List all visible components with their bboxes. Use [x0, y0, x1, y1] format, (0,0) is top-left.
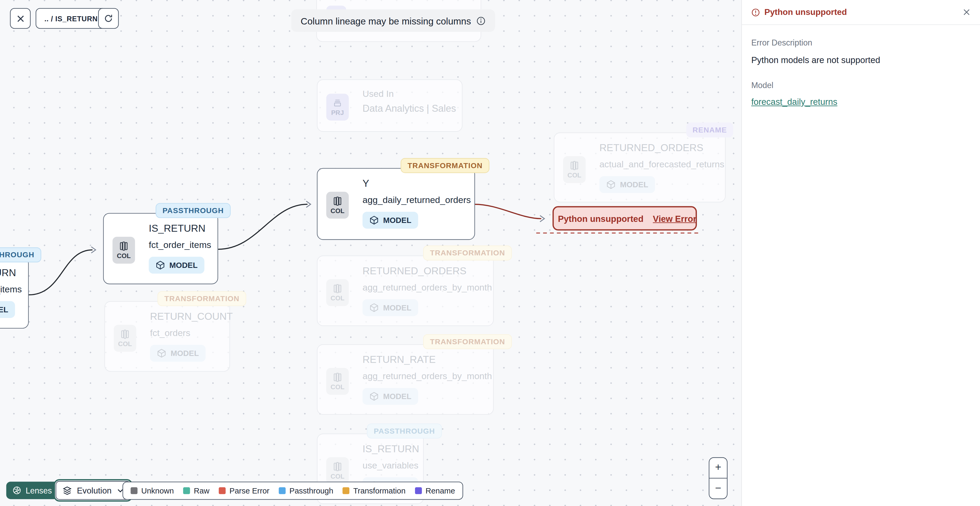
legend-item-rename: Rename	[415, 486, 455, 495]
lineage-node-fct-order-items-cut[interactable]: PASSTHROUGH IS_RETURN fct_order_items MO…	[0, 257, 29, 329]
node-subtitle: fct_order_items	[149, 240, 211, 250]
model-label: MODEL	[0, 305, 8, 314]
cube-icon	[369, 215, 379, 225]
lineage-node-agg-returned-orders-by-month[interactable]: TRANSFORMATION COL RETURNED_ORDERS agg_r…	[317, 255, 494, 326]
lens-select[interactable]: Evolution	[56, 481, 130, 500]
columns-glyph	[332, 284, 343, 294]
icon-label: COL	[331, 294, 344, 302]
columns-glyph	[119, 241, 129, 251]
legend-swatch	[183, 487, 190, 494]
error-node-python-unsupported[interactable]: Python unsupported View Error	[552, 206, 697, 231]
model-label: MODEL	[620, 180, 648, 189]
column-icon: COL	[326, 368, 349, 395]
lineage-warning-text: Column lineage may be missing columns	[301, 16, 471, 26]
rename-badge: RENAME	[686, 122, 733, 137]
columns-glyph	[332, 372, 343, 382]
icon-label: COL	[567, 171, 581, 179]
refresh-button[interactable]	[98, 8, 119, 29]
lens-selected-label: Evolution	[77, 486, 112, 495]
node-subtitle: use_variables	[363, 461, 418, 471]
lens-legend: Unknown Raw Parse Error Passthrough Tran…	[123, 482, 463, 500]
close-icon	[16, 14, 25, 23]
zoom-in-button[interactable]: +	[710, 458, 727, 478]
legend-item-passthrough: Passthrough	[279, 486, 333, 495]
legend-item-raw: Raw	[183, 486, 210, 495]
cube-icon	[156, 260, 165, 270]
icon-label: COL	[331, 207, 344, 214]
node-subtitle: agg_daily_returned_orders	[363, 195, 471, 205]
cube-icon	[369, 303, 379, 312]
legend-item-parse-error: Parse Error	[219, 486, 269, 495]
legend-swatch	[130, 487, 137, 494]
cube-icon	[606, 180, 616, 189]
info-icon[interactable]	[476, 16, 485, 25]
column-icon: COL	[563, 156, 586, 183]
error-description-value: Python models are not supported	[751, 55, 880, 65]
passthrough-badge: PASSTHROUGH	[367, 423, 442, 439]
column-icon: COL	[326, 192, 349, 219]
lineage-node-actual-and-forecasted-returns[interactable]: RENAME COL RETURNED_ORDERS actual_and_fo…	[554, 132, 725, 203]
legend-item-unknown: Unknown	[130, 486, 173, 495]
transformation-badge: TRANSFORMATION	[423, 246, 512, 260]
zoom-out-button[interactable]: −	[710, 479, 727, 498]
cube-icon	[157, 348, 166, 358]
panel-header: Python unsupported	[742, 0, 980, 25]
passthrough-badge: PASSTHROUGH	[156, 203, 231, 218]
legend-swatch	[343, 487, 350, 494]
lenses-button[interactable]: Lenses	[6, 482, 58, 499]
lineage-node-agg-daily-returned-orders[interactable]: TRANSFORMATION COL Y agg_daily_returned_…	[317, 168, 475, 240]
edge-transformation-to-error	[474, 204, 541, 219]
columns-glyph	[120, 329, 130, 339]
model-label: Model	[751, 81, 773, 90]
warning-circle-icon	[751, 8, 760, 16]
zoom-controls: + −	[709, 457, 728, 499]
node-title: RETURN_RATE	[363, 354, 436, 365]
node-title: RETURNED_ORDERS	[363, 265, 466, 277]
lineage-warning-banner: Column lineage may be missing columns	[291, 9, 495, 32]
aperture-icon	[13, 486, 21, 495]
cube-icon	[369, 392, 379, 401]
column-icon: COL	[113, 237, 135, 263]
model-link[interactable]: forecast_daily_returns	[751, 97, 837, 107]
lineage-node-fct-orders[interactable]: TRANSFORMATION COL RETURN_COUNT fct_orde…	[105, 301, 230, 372]
lineage-node-return-rate[interactable]: TRANSFORMATION COL RETURN_RATE agg_retur…	[317, 344, 494, 415]
breadcrumb-label: .. / IS_RETURN	[45, 14, 98, 22]
icon-label: COL	[118, 340, 132, 347]
project-icon: PRJ	[326, 94, 349, 121]
lens-select-focus-ring: Evolution	[54, 479, 132, 502]
model-label: MODEL	[383, 216, 411, 225]
lineage-canvas[interactable]: eting PRJ Used In Data Analytics | Sales…	[0, 0, 741, 506]
node-subtitle: fct_orders	[150, 328, 190, 338]
icon-label: COL	[331, 383, 344, 390]
model-chip: MODEL	[363, 212, 418, 228]
node-title: IS_RETURN	[363, 444, 419, 455]
lineage-node-fct-order-items[interactable]: PASSTHROUGH COL IS_RETURN fct_order_item…	[103, 213, 218, 284]
transformation-badge: TRANSFORMATION	[423, 334, 512, 349]
lenses-label: Lenses	[25, 486, 52, 495]
panel-title: Python unsupported	[751, 8, 847, 17]
lineage-node-used-in[interactable]: PRJ Used In Data Analytics | Sales	[317, 79, 463, 132]
model-chip: MODEL	[149, 257, 204, 273]
node-subtitle: Data Analytics | Sales	[363, 103, 456, 114]
passthrough-badge: PASSTHROUGH	[0, 247, 41, 262]
model-chip: MODEL	[0, 301, 15, 318]
node-subtitle: agg_returned_orders_by_month	[363, 371, 492, 381]
breadcrumb[interactable]: .. / IS_RETURN	[36, 8, 107, 29]
legend-item-transformation: Transformation	[343, 486, 406, 495]
panel-close-button[interactable]	[963, 8, 971, 16]
model-chip: MODEL	[363, 299, 418, 316]
node-title: IS_RETURN	[0, 267, 16, 279]
columns-glyph	[332, 461, 343, 472]
error-node-label: Python unsupported	[558, 213, 643, 223]
app: eting PRJ Used In Data Analytics | Sales…	[0, 0, 980, 506]
close-lineage-button[interactable]	[10, 8, 31, 29]
legend-swatch	[219, 487, 226, 494]
refresh-icon	[104, 14, 113, 23]
view-error-link[interactable]: View Error	[653, 213, 697, 223]
model-chip: MODEL	[150, 345, 206, 362]
column-icon: COL	[114, 325, 137, 352]
transformation-badge: TRANSFORMATION	[158, 291, 246, 306]
model-chip: MODEL	[363, 388, 418, 405]
node-title: RETURN_COUNT	[150, 311, 233, 322]
node-title: Used In	[363, 89, 394, 99]
